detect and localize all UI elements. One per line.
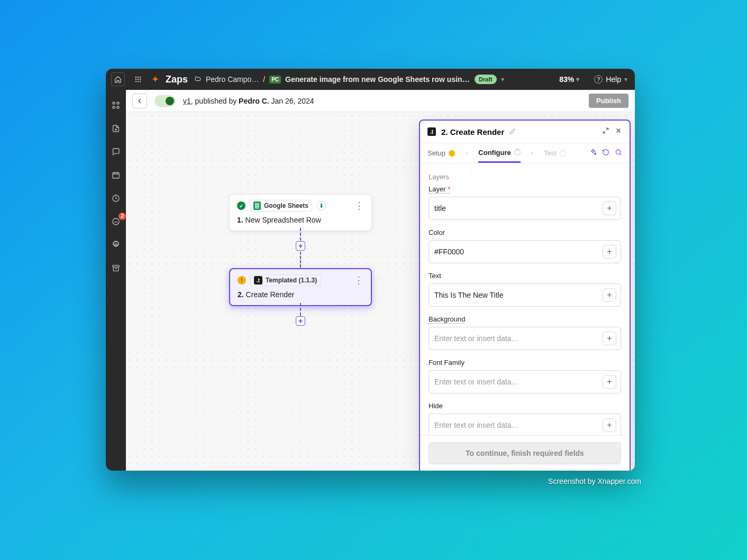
edit-title-icon[interactable] <box>509 128 516 136</box>
panel-step-name: Create Render <box>450 127 505 136</box>
add-step-button[interactable]: + <box>296 241 305 251</box>
panel-footer: To continue, finish required fields <box>420 435 630 471</box>
version-link[interactable]: v1. <box>183 97 193 105</box>
field-hide[interactable]: + <box>429 414 621 435</box>
folder-icon <box>194 76 202 82</box>
publish-button[interactable]: Publish <box>589 94 628 108</box>
insert-data-icon[interactable]: + <box>603 245 616 259</box>
zaps-label[interactable]: Zaps <box>166 74 188 85</box>
rail-settings-icon[interactable] <box>109 238 123 252</box>
svg-point-16 <box>115 244 117 246</box>
field-label-text: Text <box>429 272 441 280</box>
back-button[interactable] <box>132 94 147 108</box>
expand-icon[interactable] <box>602 127 609 136</box>
svg-point-5 <box>140 79 141 80</box>
panel-body[interactable]: Layers Layer* + Color <box>420 163 630 435</box>
chevron-down-icon[interactable]: ▾ <box>501 76 504 83</box>
field-label-font-family: Font Family <box>429 359 464 367</box>
breadcrumb-separator: / <box>263 75 265 84</box>
help-label: Help <box>606 75 621 84</box>
tab-setup[interactable]: Setup <box>427 143 455 163</box>
node-trigger[interactable]: ✓ Google Sheets ⬇ ⋮ 1. New Spreadsheet R… <box>229 194 372 231</box>
google-sheets-icon <box>253 201 261 210</box>
background-input[interactable] <box>434 334 598 343</box>
insert-data-icon[interactable]: + <box>603 375 616 389</box>
field-color[interactable]: + <box>429 240 621 263</box>
svg-point-11 <box>113 106 115 108</box>
draft-badge: Draft <box>475 75 497 84</box>
connection-ok-icon: ⬇ <box>316 201 326 210</box>
enable-toggle[interactable] <box>154 95 176 107</box>
home-icon[interactable] <box>111 72 125 86</box>
rail-history-icon[interactable] <box>109 191 123 205</box>
templated-icon: .t <box>427 127 436 136</box>
rail-archive-icon[interactable] <box>109 261 123 275</box>
field-text[interactable]: + <box>429 283 621 307</box>
chevron-down-icon: ▾ <box>576 76 579 83</box>
section-layers-label: Layers <box>429 173 621 181</box>
svg-point-2 <box>140 77 141 78</box>
undo-icon[interactable] <box>602 149 609 158</box>
field-font-family[interactable]: + <box>429 370 621 393</box>
apps-grid-icon[interactable] <box>131 72 145 86</box>
svg-point-10 <box>117 102 119 104</box>
layer-input[interactable] <box>434 204 598 213</box>
folder-link[interactable]: Pedro Campo… <box>194 75 259 84</box>
close-icon[interactable] <box>615 127 622 136</box>
tab-configure[interactable]: Configure <box>478 143 520 163</box>
ai-suggest-icon[interactable] <box>589 149 597 158</box>
titlebar: ✦ Zaps Pedro Campo… / PC Generate image … <box>106 69 635 90</box>
panel-step-num: 2. <box>441 127 448 136</box>
editor-toolbar: v1. published by Pedro C. Jan 26, 2024 P… <box>126 90 635 112</box>
continue-button[interactable]: To continue, finish required fields <box>429 442 621 464</box>
search-icon[interactable] <box>615 149 622 158</box>
chevron-right-icon: › <box>466 149 468 157</box>
step-name: Create Render <box>246 290 295 299</box>
field-label-layer: Layer* <box>429 185 451 194</box>
zoom-value: 83% <box>559 75 574 84</box>
node-action[interactable]: ! .t Templated (1.1.3) ⋮ 2. Create Rende… <box>229 268 372 306</box>
rail-alerts-icon[interactable]: 2 <box>109 215 123 228</box>
insert-data-icon[interactable]: + <box>603 201 616 215</box>
insert-data-icon[interactable]: + <box>603 418 616 432</box>
chevron-down-icon: ▾ <box>624 76 627 83</box>
svg-point-8 <box>140 81 141 82</box>
rail-dashboard-icon[interactable] <box>109 98 123 112</box>
svg-rect-13 <box>113 172 119 178</box>
loading-spinner-icon <box>560 150 566 157</box>
insert-data-icon[interactable]: + <box>603 332 616 345</box>
svg-point-7 <box>138 81 139 82</box>
tab-test[interactable]: Test <box>544 143 566 163</box>
panel-header: .t 2. Create Render <box>420 121 630 143</box>
rail-file-add-icon[interactable] <box>109 122 123 135</box>
field-label-color: Color <box>429 228 445 237</box>
field-layer[interactable]: + <box>429 197 621 220</box>
app-chip-templated: .t Templated (1.1.3) <box>250 274 321 286</box>
insert-data-icon[interactable]: + <box>603 288 616 302</box>
color-input[interactable] <box>434 247 598 256</box>
app-window: ✦ Zaps Pedro Campo… / PC Generate image … <box>106 69 635 471</box>
zoom-control[interactable]: 83% ▾ <box>559 75 579 84</box>
rail-calendar-icon[interactable] <box>109 168 123 182</box>
step-name: New Spreadsheet Row <box>245 216 321 224</box>
text-input[interactable] <box>434 291 598 299</box>
add-step-button[interactable]: + <box>296 316 305 326</box>
canvas[interactable]: ✓ Google Sheets ⬇ ⋮ 1. New Spreadsheet R… <box>126 112 635 471</box>
font-family-input[interactable] <box>434 378 598 386</box>
status-ok-icon: ✓ <box>237 201 245 210</box>
hide-input[interactable] <box>434 421 598 429</box>
rail-comments-icon[interactable] <box>109 145 123 159</box>
screenshot-watermark: Screenshot by Xnapper.com <box>548 477 641 485</box>
svg-point-18 <box>616 150 620 154</box>
svg-point-4 <box>138 79 139 80</box>
author-name: Pedro C. <box>239 97 269 105</box>
node-menu-icon[interactable]: ⋮ <box>354 203 364 208</box>
help-menu[interactable]: ? Help ▾ <box>594 75 627 84</box>
zap-title[interactable]: Generate image from new Google Sheets ro… <box>285 75 470 84</box>
field-background[interactable]: + <box>429 327 621 350</box>
field-label-background: Background <box>429 315 465 324</box>
app-chip-google-sheets: Google Sheets <box>250 200 312 212</box>
step-number: 2. <box>238 290 244 299</box>
breadcrumb: Pedro Campo… / PC Generate image from ne… <box>194 75 504 84</box>
node-menu-icon[interactable]: ⋮ <box>354 278 363 283</box>
